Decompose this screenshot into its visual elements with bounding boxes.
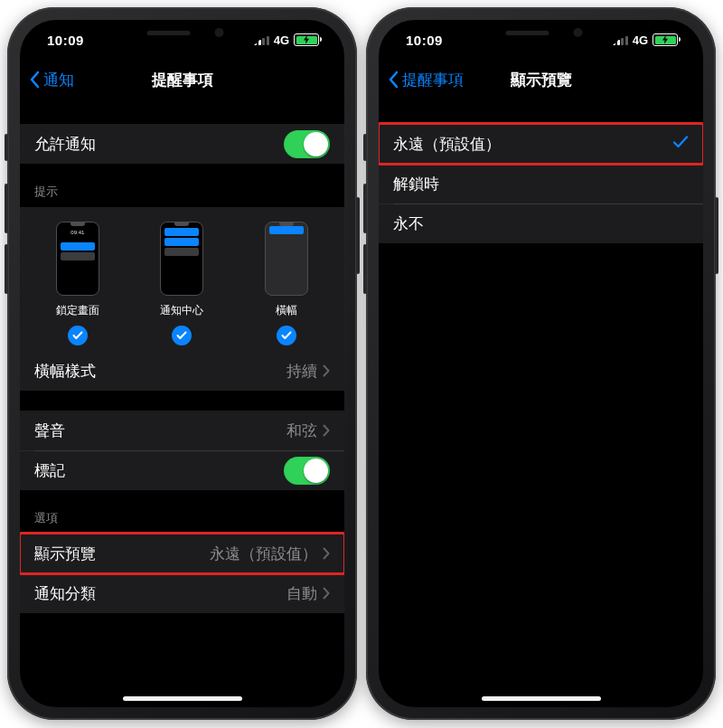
content-left: 允許通知 提示 09:41 [20,106,344,707]
back-button[interactable]: 提醒事項 [388,60,464,99]
check-icon [172,326,192,345]
home-indicator[interactable] [482,696,601,701]
alert-banner-label: 橫幅 [276,303,297,318]
volume-up-button [5,184,8,233]
notch [103,20,261,45]
option-never-label: 永不 [393,213,424,234]
alert-option-notification-center[interactable]: 通知中心 [130,222,234,345]
banner-style-cell[interactable]: 橫幅樣式 持續 [20,351,344,391]
screen-left: 10:09 4G 通知 提醒事項 [20,20,344,707]
badge-toggle[interactable] [284,457,330,485]
mute-switch [5,134,8,161]
check-icon [68,326,88,345]
option-always-label: 永遠（預設值） [393,134,501,155]
lockscreen-preview-icon: 09:41 [56,222,99,296]
back-button[interactable]: 通知 [29,60,74,99]
chevron-right-icon [323,587,330,600]
sound-label: 聲音 [34,421,65,441]
back-label: 通知 [43,70,74,90]
content-right: 永遠（預設值） 解鎖時 永不 [379,106,703,707]
notification-center-preview-icon [160,222,203,296]
phone-right: 10:09 4G 提醒事項 顯示預覽 [366,7,716,720]
canvas: 10:09 4G 通知 提醒事項 [0,0,723,728]
allow-notifications-label: 允許通知 [34,134,96,155]
check-icon [277,326,296,345]
battery-icon [653,33,678,46]
chevron-right-icon [323,424,330,437]
chevron-left-icon [388,71,399,89]
show-preview-cell[interactable]: 顯示預覽 永遠（預設值） [20,534,344,573]
option-never-cell[interactable]: 永不 [379,203,703,243]
grouping-value: 自動 [286,583,317,604]
option-always-cell[interactable]: 永遠（預設值） [379,124,703,164]
banner-style-value: 持續 [286,361,317,382]
volume-up-button [363,184,367,233]
mute-switch [363,134,367,161]
network-label: 4G [633,33,648,47]
nav-title: 提醒事項 [152,70,213,90]
power-button [356,197,360,274]
alert-nc-label: 通知中心 [160,303,203,318]
allow-notifications-toggle[interactable] [284,130,330,158]
chevron-right-icon [323,364,330,377]
nav-title: 顯示預覽 [511,70,572,90]
checkmark-icon [672,135,689,154]
phone-left: 10:09 4G 通知 提醒事項 [7,7,357,720]
nav-bar: 提醒事項 顯示預覽 [379,60,703,99]
show-preview-value: 永遠（預設值） [210,544,317,564]
banner-style-label: 橫幅樣式 [34,361,96,382]
alert-lockscreen-label: 鎖定畫面 [56,303,99,318]
nav-bar: 通知 提醒事項 [20,60,344,99]
badge-label: 標記 [34,460,65,481]
alert-option-banner[interactable]: 橫幅 [235,222,339,345]
volume-down-button [5,244,8,294]
grouping-label: 通知分類 [34,583,96,604]
alerts-section-header: 提示 [20,184,344,207]
status-time: 10:09 [47,33,84,48]
home-indicator[interactable] [123,696,242,701]
banner-preview-icon [265,222,308,296]
allow-notifications-cell[interactable]: 允許通知 [20,124,344,164]
screen-right: 10:09 4G 提醒事項 顯示預覽 [379,20,703,707]
power-button [715,197,718,274]
sound-cell[interactable]: 聲音 和弦 [20,411,344,450]
chevron-left-icon [29,71,40,89]
badge-cell[interactable]: 標記 [20,450,344,490]
chevron-right-icon [323,547,330,560]
volume-down-button [363,244,367,294]
status-time: 10:09 [406,33,443,48]
network-label: 4G [274,33,289,47]
show-preview-label: 顯示預覽 [34,544,96,564]
sound-value: 和弦 [286,421,317,441]
back-label: 提醒事項 [402,70,464,90]
options-section-header: 選項 [20,510,344,534]
alert-option-lockscreen[interactable]: 09:41 鎖定畫面 [26,222,130,345]
option-unlocked-label: 解鎖時 [393,174,439,194]
option-unlocked-cell[interactable]: 解鎖時 [379,164,703,203]
alert-style-picker: 09:41 鎖定畫面 [20,207,344,351]
notch [462,20,620,45]
notification-grouping-cell[interactable]: 通知分類 自動 [20,573,344,613]
battery-icon [294,33,319,46]
